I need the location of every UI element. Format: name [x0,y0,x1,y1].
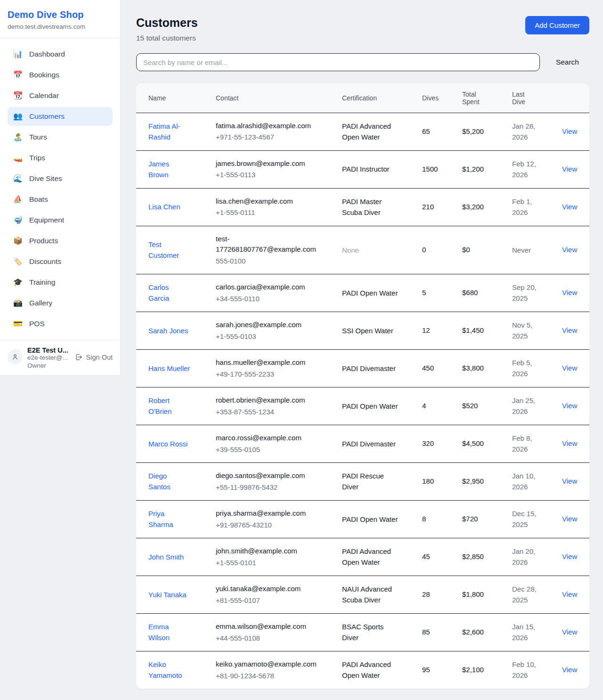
column-header-contact: Contact [210,83,336,113]
view-customer-link[interactable]: View [562,288,577,296]
column-header-name: Name [136,83,210,113]
customer-name-link[interactable]: John Smith [148,552,184,562]
view-customer-link[interactable]: View [562,203,577,211]
sidebar-item-gallery[interactable]: 📸 Gallery [8,294,113,313]
view-customer-link[interactable]: View [562,402,577,410]
customer-last-dive: Feb 8, 2026 [512,433,545,455]
column-header-last-dive: Last Dive [506,83,556,113]
sidebar-item-training[interactable]: 🎓 Training [8,273,113,292]
customer-email: hans.mueller@example.com [216,357,321,368]
view-customer-link[interactable]: View [562,628,577,636]
customer-name-link[interactable]: Test Customer [148,239,191,261]
customer-phone: +55-11-99876-5432 [216,482,331,493]
customer-certification: PADI Advanced Open Water [342,121,399,143]
customer-certification: BSAC Sports Diver [342,621,399,643]
customer-dives: 12 [416,312,456,350]
view-customer-link[interactable]: View [562,127,577,135]
customer-name-link[interactable]: Carlos Garcia [148,282,191,304]
customer-total-spent: $1,450 [456,312,506,350]
view-customer-link[interactable]: View [562,477,577,485]
customer-email: keiko.yamamoto@example.com [216,659,321,670]
customer-name-link[interactable]: Marco Rossi [148,438,187,449]
sidebar-item-trips[interactable]: 🚤 Trips [8,148,113,167]
sidebar-item-dive-sites[interactable]: 🌊 Dive Sites [8,169,113,188]
customer-email: test-1772681807767@example.com [216,234,321,255]
view-customer-link[interactable]: View [562,165,577,173]
table-row: Carlos Garcia carlos.garcia@example.com … [136,274,589,312]
table-row: Emma Wilson emma.wilson@example.com +44-… [136,614,589,651]
sidebar-item-tours[interactable]: 🏝️ Tours [8,128,113,147]
customer-name-link[interactable]: Diego Santos [148,470,191,493]
customer-name-link[interactable]: Emma Wilson [148,621,191,643]
customer-total-spent: $3,200 [456,188,506,226]
customer-email: fatima.alrashid@example.com [216,121,321,132]
view-customer-link[interactable]: View [562,364,577,372]
customer-certification: PADI Divemaster [342,363,396,374]
view-customer-link[interactable]: View [562,439,577,447]
sign-out-button[interactable]: Sign Out [75,353,113,361]
search-input[interactable] [136,53,540,71]
customer-name-link[interactable]: James Brown [148,158,191,181]
sidebar-item-boats[interactable]: ⛵ Boats [8,190,113,209]
customers-table-card: Name Contact Certification Dives Total S… [136,83,589,689]
customer-name-link[interactable]: Sarah Jones [148,325,188,336]
sidebar-header: Demo Dive Shop demo.test.divestreams.com [0,0,120,38]
sidebar-item-dashboard[interactable]: 📊 Dashboard [8,45,113,64]
table-row: Keiko Yamamoto keiko.yamamoto@example.co… [136,651,589,689]
tours-icon: 🏝️ [12,133,24,141]
bookings-icon: 📅 [12,71,24,79]
sidebar-item-bookings[interactable]: 📅 Bookings [8,66,113,84]
sidebar: Demo Dive Shop demo.test.divestreams.com… [0,0,121,376]
customer-dives: 5 [416,274,456,312]
boats-icon: ⛵ [12,196,24,203]
view-customer-link[interactable]: View [562,326,577,334]
sidebar-item-pos[interactable]: 💳 POS [8,314,113,333]
search-button[interactable]: Search [552,55,583,69]
customer-name-link[interactable]: Hans Mueller [148,363,190,374]
view-customer-link[interactable]: View [562,515,577,523]
customer-last-dive: Nov 5, 2025 [512,320,545,342]
sidebar-item-label: Trips [29,154,45,162]
shop-name: Demo Dive Shop [8,9,113,20]
customer-email: priya.sharma@example.com [216,508,321,519]
column-header-certification: Certification [336,83,416,113]
customer-dives: 450 [416,350,456,387]
customer-dives: 4 [416,387,456,425]
sidebar-item-products[interactable]: 📦 Products [8,231,113,250]
sidebar-item-label: Customers [29,112,65,121]
customer-name-link[interactable]: Robert O'Brien [148,395,191,417]
page-subtitle: 15 total customers [136,34,198,42]
customer-name-link[interactable]: Lisa Chen [148,201,180,212]
customer-phone: +353-87-555-1234 [216,407,331,418]
table-row: Sarah Jones sarah.jones@example.com +1-5… [136,312,589,350]
sidebar-item-customers[interactable]: 👥 Customers [8,107,113,126]
customer-certification: PADI Instructor [342,164,390,174]
customer-total-spent: $3,800 [456,350,506,387]
sidebar-nav: 📊 Dashboard 📅 Bookings 📆 Calendar 👥 Cust… [0,38,120,340]
customer-last-dive: Feb 5, 2026 [512,357,545,379]
customer-phone: +39-555-0105 [216,445,331,455]
customer-name-link[interactable]: Yuki Tanaka [148,589,187,600]
dive-sites-icon: 🌊 [12,175,24,182]
customer-name-link[interactable]: Keiko Yamamoto [148,659,191,681]
customer-phone: +971-55-123-4567 [216,132,331,143]
sidebar-item-discounts[interactable]: 🏷️ Discounts [8,252,113,271]
customer-email: lisa.chen@example.com [216,196,321,207]
customer-name-link[interactable]: Priya Sharma [148,508,191,530]
add-customer-button[interactable]: Add Customer [525,16,589,34]
sidebar-item-calendar[interactable]: 📆 Calendar [8,86,113,105]
table-row: Robert O'Brien robert.obrien@example.com… [136,387,589,425]
view-customer-link[interactable]: View [562,246,577,254]
sign-out-icon [75,353,83,361]
sidebar-item-equipment[interactable]: 🤿 Equipment [8,211,113,230]
customer-total-spent: $5,200 [456,113,506,150]
customer-name-link[interactable]: Fatima Al-Rashid [148,121,191,143]
customer-dives: 210 [416,188,456,226]
view-customer-link[interactable]: View [562,666,577,674]
customer-certification: NAUI Advanced Scuba Diver [342,584,399,606]
trips-icon: 🚤 [12,154,24,162]
view-customer-link[interactable]: View [562,590,577,598]
customer-total-spent: $1,200 [456,150,506,188]
view-customer-link[interactable]: View [562,552,577,560]
customers-table: Name Contact Certification Dives Total S… [136,83,589,689]
